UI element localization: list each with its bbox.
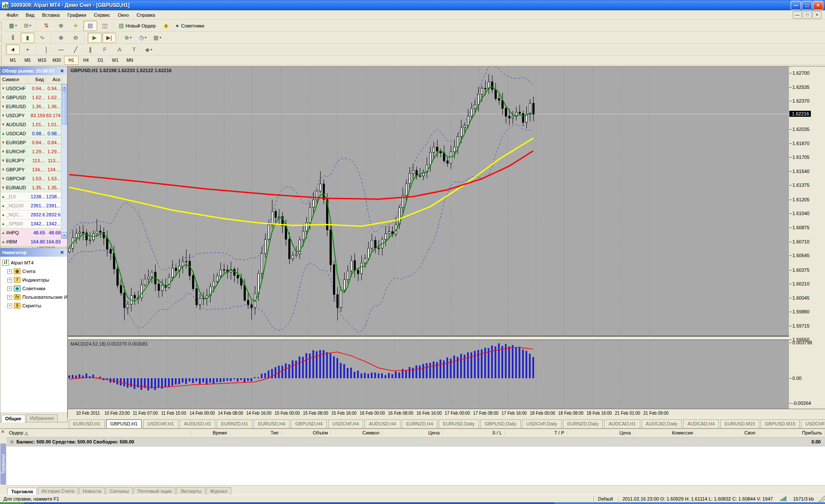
auto-scroll-button[interactable]: ▶ (88, 33, 101, 43)
market-watch-row[interactable]: ▼GBPCHF1.53...1.53... (0, 174, 67, 183)
terminal-column-header[interactable]: Время (191, 430, 230, 436)
chart-tab[interactable]: EURUSD,H1 (69, 419, 105, 428)
terminal-side-label[interactable]: Терминал (0, 443, 6, 485)
channel-button[interactable]: ∥ (83, 44, 97, 55)
crosshair-button[interactable]: + (21, 44, 34, 55)
scroll-thumb[interactable] (62, 91, 67, 124)
terminal-column-header[interactable]: Объём (281, 430, 331, 436)
navigator-root[interactable]: Alpari MT4 (2, 258, 67, 267)
profiles-button[interactable]: ⊞▾ (21, 21, 34, 31)
menu-item[interactable]: Вставка (38, 11, 64, 19)
time-axis[interactable]: 10 Feb 201110 Feb 23:0011 Feb 07:0011 Fe… (68, 409, 825, 419)
templates-button[interactable]: ▦▾ (150, 33, 164, 43)
navigator-item[interactable]: +◆Советники (2, 284, 67, 293)
timeframe-m5[interactable]: M5 (20, 56, 35, 65)
timeframe-w1[interactable]: W1 (108, 56, 122, 65)
market-watch-toggle[interactable]: ▤ (83, 21, 97, 31)
chart-tab[interactable]: USDCHF,H1 (143, 419, 178, 428)
chart-tab[interactable]: AUDUSD,H1 (180, 419, 216, 428)
close-button[interactable]: × (813, 1, 823, 10)
chart-tab[interactable]: GBPUSD,M15 (761, 419, 800, 428)
close-icon[interactable]: ✕ (59, 250, 65, 255)
terminal-column-header[interactable]: Цена (382, 430, 443, 436)
zoom-in-button[interactable]: ⊕ (54, 33, 68, 43)
minimize-button[interactable]: — (791, 1, 801, 10)
crosshair-target-button[interactable]: ⊕ (54, 21, 68, 31)
periods-button[interactable]: ◷▾ (136, 33, 150, 43)
timeframe-h1[interactable]: H1 (64, 56, 79, 65)
terminal-column-header[interactable]: Комиссия (634, 430, 696, 436)
navigator-item[interactable]: +◉Счета (2, 267, 67, 276)
mdi-restore-button[interactable]: □ (803, 11, 812, 19)
terminal-tab[interactable]: Сигналы (106, 487, 133, 495)
zoom-out-button[interactable]: ⊖ (69, 33, 82, 43)
data-window-button[interactable]: ◫ (98, 21, 112, 31)
expand-icon[interactable]: + (7, 278, 12, 282)
chart-tab[interactable]: EURUSD,M15 (720, 419, 759, 428)
price-scale[interactable]: 1.627001.625351.623701.620351.618701.617… (789, 67, 825, 409)
chart-tab[interactable]: EURNZD,H1 (217, 419, 252, 428)
market-watch-row[interactable]: ▲#IBM164.80164.83 (0, 237, 67, 246)
expand-icon[interactable]: + (7, 304, 12, 308)
expert-warning-icon[interactable]: ◆! (159, 21, 173, 31)
favorites-button[interactable]: ★ (69, 21, 82, 31)
chart-tab[interactable]: GBPUSD,H1 (106, 419, 142, 428)
column-header[interactable]: Аск (46, 76, 62, 82)
terminal-tab[interactable]: Новости (79, 487, 105, 495)
market-watch-row[interactable]: ▼EURJPY113....113.... (0, 156, 67, 165)
terminal-column-header[interactable]: T / P (505, 430, 567, 436)
tick-chart-button[interactable]: ⇅ (40, 21, 53, 31)
chart-tab[interactable]: GBPUSD,Daily (480, 419, 521, 428)
market-watch-row[interactable]: ▲_SP5001342...1342... (0, 219, 67, 228)
chart-tab[interactable]: GBPUSD,H4 (291, 419, 327, 428)
vertical-line-button[interactable]: │ (40, 44, 53, 55)
horizontal-line-button[interactable]: — (54, 44, 68, 55)
chart-tab[interactable]: USDCHF,M15 (801, 419, 825, 428)
chart-tab[interactable]: AUDUSD,H4 (364, 419, 400, 428)
menu-item[interactable]: Файл (3, 11, 22, 19)
timeframe-m1[interactable]: M1 (6, 56, 20, 65)
timeframe-h4[interactable]: H4 (79, 56, 93, 65)
indicators-button[interactable]: ⊕▾ (121, 33, 135, 43)
navigator-item[interactable]: +fИндикаторы (2, 276, 67, 284)
menu-item[interactable]: Сервис (90, 11, 114, 19)
menu-item[interactable]: Вид (22, 11, 38, 19)
market-watch-row[interactable]: ▼GBPUSD1.62...1.62... (0, 93, 67, 102)
chart-tab[interactable]: AUDCAD,H1 (604, 419, 640, 428)
timeframe-mn[interactable]: MN (122, 56, 137, 65)
cursor-button[interactable]: ➤ (6, 44, 20, 55)
timeframe-m15[interactable]: M15 (35, 56, 49, 65)
market-watch-row[interactable]: ▲_NQC...2832.62832.6 (0, 210, 67, 219)
column-header[interactable]: Символ (0, 76, 28, 82)
market-watch-row[interactable]: ▼AUDUSD1.01...1.01... (0, 120, 67, 129)
chart-tab[interactable]: EURNZD,H4 (402, 419, 437, 428)
expand-icon[interactable]: + (7, 295, 12, 300)
market-watch-row[interactable]: ▲USDCAD0.98...0.98... (0, 129, 67, 138)
experts-button[interactable]: ●●Советники (174, 21, 207, 31)
menu-item[interactable]: Графики (64, 11, 90, 19)
pane-divider[interactable] (68, 336, 789, 340)
chart-tab[interactable]: EURUSD,H4 (254, 419, 290, 428)
terminal-column-header[interactable]: Символ (331, 430, 382, 436)
tab-common[interactable]: Общие (1, 415, 25, 422)
market-watch-row[interactable]: ▼EURUSD1.36...1.36... (0, 102, 67, 111)
terminal-column-header[interactable]: Цена (567, 430, 634, 436)
market-watch-row[interactable]: ▲_NQ1002391...2391... (0, 201, 67, 210)
text-label-button[interactable]: T (127, 44, 141, 55)
navigator-item[interactable]: +fxПользовательские Индикаторы (2, 293, 67, 301)
bar-chart-button[interactable]: ⫼ (6, 33, 20, 43)
terminal-column-header[interactable]: Своп (696, 430, 758, 436)
terminal-tab[interactable]: Почтовый ящик (134, 487, 175, 495)
mdi-minimize-button[interactable]: — (793, 11, 802, 19)
mdi-close-button[interactable]: × (813, 11, 822, 19)
fibonacci-button[interactable]: F (98, 44, 112, 55)
menu-item[interactable]: Справка (133, 11, 159, 19)
terminal-column-header[interactable]: Тип (230, 430, 281, 436)
candlestick-button[interactable]: ▮ (21, 33, 34, 43)
market-watch-row[interactable]: ▼USDJPY83.15983.174 (0, 111, 67, 120)
market-watch-row[interactable]: ▼EURGBP0.84...0.84... (0, 138, 67, 147)
resize-grip[interactable] (818, 495, 825, 502)
terminal-tab[interactable]: История Счета (38, 487, 78, 495)
close-icon[interactable]: ✕ (0, 429, 6, 434)
windows-taskbar-sliver[interactable] (0, 502, 825, 504)
